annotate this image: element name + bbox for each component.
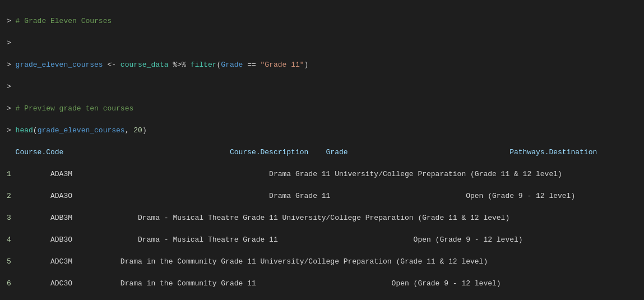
code-filter: filter xyxy=(191,61,217,69)
row-num: 1 xyxy=(7,170,20,178)
code-pipe: %>% xyxy=(169,61,191,69)
col-grade: Grade xyxy=(326,148,348,156)
row-code: ADA3O xyxy=(50,192,72,200)
row-grade: Grade 11 xyxy=(295,192,330,200)
row-code: ADB3O xyxy=(50,236,72,244)
table-row-2: 2 ADA3O Drama Grade 11 Open (Grade 9 - 1… xyxy=(7,191,637,202)
prompt: > xyxy=(7,61,16,69)
row-grade: Grade 11 xyxy=(243,236,277,244)
row-grade: Grade 11 xyxy=(243,214,277,222)
row-pathway: Open (Grade 9 - 12 level) xyxy=(466,192,575,200)
code-num-arg: 20 xyxy=(133,126,142,135)
table-row-1: 1 ADA3M Drama Grade 11 University/Colleg… xyxy=(7,169,637,180)
col-pathway: Pathways.Destination xyxy=(509,148,597,156)
row-num: 6 xyxy=(7,279,20,288)
table-row-3: 3 ADB3M Drama - Musical Theatre Grade 11… xyxy=(7,213,637,224)
table-header-line: Course.Code Course.Description Grade Pat… xyxy=(7,147,637,158)
code-grade-value: "Grade 11" xyxy=(261,61,304,69)
row-grade: Grade 11 xyxy=(295,170,330,178)
table-row-4: 4 ADB3O Drama - Musical Theatre Grade 11… xyxy=(7,234,637,246)
row-pathway: Open (Grade 9 - 12 level) xyxy=(392,279,501,288)
code-datasource: course_data xyxy=(121,61,169,69)
code-arrow: <- xyxy=(103,61,121,69)
col-course-desc: Course.Description xyxy=(230,148,308,156)
row-pathway: University/College Preparation (Grade 11… xyxy=(335,170,562,178)
comment-grade-eleven: # Grade Eleven Courses xyxy=(16,17,112,25)
prompt: > xyxy=(7,104,16,113)
line-6: > head(grade_eleven_courses, 20) xyxy=(7,125,637,136)
row-pathway: University/College Preparation (Grade 11… xyxy=(282,214,510,222)
line-4: > xyxy=(7,81,637,93)
code-var-ref: grade_eleven_courses xyxy=(38,126,125,135)
row-num: 4 xyxy=(7,236,20,244)
line-1: > # Grade Eleven Courses xyxy=(7,16,637,27)
code-assign-var: grade_eleven_courses xyxy=(16,61,103,69)
prompt: > xyxy=(7,17,16,25)
row-num: 5 xyxy=(7,257,20,266)
row-code: ADA3M xyxy=(50,170,72,178)
line-5: > # Preview grade ten courses xyxy=(7,103,637,114)
row-code: ADB3M xyxy=(50,214,72,222)
row-desc: Drama - Musical Theatre xyxy=(138,236,238,244)
line-3: > grade_eleven_courses <- course_data %>… xyxy=(7,59,637,71)
code-head-fn: head xyxy=(16,126,33,135)
prompt: > xyxy=(7,126,16,135)
row-desc: Drama in the Community xyxy=(121,257,217,266)
prompt: > xyxy=(7,82,11,91)
row-pathway: University/College Preparation (Grade 11… xyxy=(261,257,488,266)
row-desc: Drama in the Community xyxy=(121,279,217,288)
code-comma: , xyxy=(125,126,134,135)
code-paren-close: ) xyxy=(304,61,309,69)
code-grade-param: Grade xyxy=(221,61,243,69)
col-course-code: Course.Code xyxy=(16,148,64,156)
row-desc: Drama - Musical Theatre xyxy=(138,214,238,222)
line-2: > xyxy=(7,38,637,49)
code-paren2-open: ( xyxy=(33,126,38,135)
prompt: > xyxy=(7,39,11,47)
row-num: 3 xyxy=(7,214,20,222)
row-num: 2 xyxy=(7,192,20,200)
comment-preview: # Preview grade ten courses xyxy=(16,104,134,113)
console-output: > # Grade Eleven Courses > > grade_eleve… xyxy=(7,4,637,300)
table-row-6: 6 ADC3O Drama in the Community Grade 11 … xyxy=(7,278,637,289)
row-grade: Grade 11 xyxy=(221,279,256,288)
code-paren2-close: ) xyxy=(142,126,147,135)
row-code: ADC3O xyxy=(50,279,72,288)
row-grade: Grade 11 xyxy=(221,257,256,266)
row-code: ADC3M xyxy=(50,257,72,266)
table-row-5: 5 ADC3M Drama in the Community Grade 11 … xyxy=(7,256,637,267)
code-eq: == xyxy=(243,61,260,69)
row-desc: Drama xyxy=(269,192,291,200)
row-desc: Drama xyxy=(269,170,291,178)
row-pathway: Open (Grade 9 - 12 level) xyxy=(414,236,523,244)
